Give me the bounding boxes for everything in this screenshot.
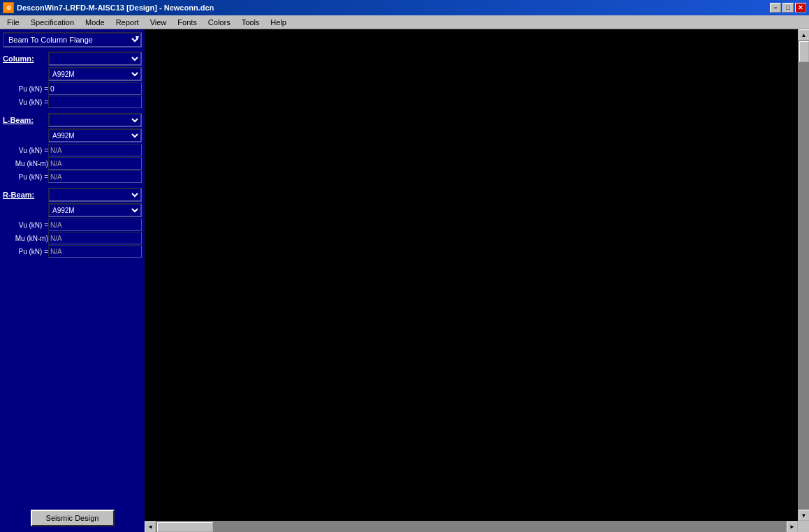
- scroll-down-button[interactable]: ▼: [799, 510, 810, 521]
- connection-type-select[interactable]: Beam To Column Flange Beam To Column Web…: [3, 32, 142, 47]
- left-panel: Beam To Column Flange Beam To Column Web…: [0, 29, 145, 532]
- column-label[interactable]: Column:: [3, 54, 48, 63]
- rbeam-section: R-Beam: A992M A36 A572 Gr.50 Vu (kN) = M…: [3, 186, 142, 258]
- design-canvas: ▲ ▼ ◄ ►: [145, 29, 809, 532]
- menu-tools[interactable]: Tools: [236, 17, 265, 28]
- vertical-scrollbar: ▲ ▼: [798, 29, 809, 521]
- rbeam-vu-input[interactable]: [48, 219, 142, 231]
- rbeam-label[interactable]: R-Beam:: [3, 191, 48, 199]
- lbeam-vu-input[interactable]: [48, 144, 142, 156]
- rbeam-mu-row: Mu (kN-m): [3, 232, 142, 244]
- scroll-corner: [798, 521, 809, 532]
- menu-file[interactable]: File: [1, 17, 25, 28]
- scroll-right-button[interactable]: ►: [787, 522, 798, 533]
- scroll-thumb-vertical[interactable]: [799, 41, 809, 62]
- lbeam-mu-input[interactable]: [48, 157, 142, 170]
- rbeam-mu-label: Mu (kN-m): [3, 235, 48, 242]
- column-pu-input[interactable]: [48, 82, 142, 95]
- title-bar: ⚙ DesconWin7-LRFD-M-AISC13 [Design] - Ne…: [0, 0, 809, 15]
- app-icon: ⚙: [3, 2, 14, 13]
- connection-type-wrapper: Beam To Column Flange Beam To Column Web…: [3, 32, 142, 47]
- minimize-button[interactable]: −: [770, 3, 781, 13]
- column-member-select[interactable]: [48, 52, 142, 66]
- rbeam-grade-row: A992M A36 A572 Gr.50: [3, 203, 142, 217]
- lbeam-vu-label: Vu (kN) =: [3, 147, 48, 154]
- column-grade-row: A992M A36 A572 Gr.50: [3, 67, 142, 81]
- menu-view[interactable]: View: [145, 17, 173, 28]
- lbeam-grade-row: A992M A36 A572 Gr.50: [3, 128, 142, 142]
- lbeam-member-select[interactable]: [48, 113, 142, 127]
- rbeam-vu-row: Vu (kN) =: [3, 219, 142, 231]
- column-vu-input[interactable]: [48, 96, 142, 108]
- seismic-design-button[interactable]: Seismic Design: [31, 510, 115, 526]
- column-member-row: Column:: [3, 52, 142, 66]
- scroll-track-vertical: [799, 40, 810, 510]
- scroll-thumb-horizontal[interactable]: [157, 522, 213, 532]
- lbeam-mu-row: Mu (kN-m): [3, 157, 142, 170]
- horizontal-scrollbar: ◄ ►: [145, 521, 798, 532]
- menu-bar: File Specification Mode Report View Font…: [0, 15, 809, 29]
- lbeam-grade-select[interactable]: A992M A36 A572 Gr.50: [48, 128, 142, 142]
- rbeam-pu-row: Pu (kN) =: [3, 245, 142, 258]
- maximize-button[interactable]: □: [782, 3, 794, 13]
- rbeam-pu-input[interactable]: [48, 245, 142, 258]
- window-controls: − □ ✕: [770, 3, 806, 13]
- column-vu-label: Vu (kN) =: [3, 98, 48, 106]
- column-pu-label: Pu (kN) =: [3, 85, 48, 93]
- menu-fonts[interactable]: Fonts: [172, 17, 203, 28]
- column-pu-row: Pu (kN) =: [3, 82, 142, 95]
- rbeam-grade-select[interactable]: A992M A36 A572 Gr.50: [48, 203, 142, 217]
- rbeam-pu-label: Pu (kN) =: [3, 248, 48, 256]
- lbeam-vu-row: Vu (kN) =: [3, 144, 142, 156]
- window-title: DesconWin7-LRFD-M-AISC13 [Design] - Newc…: [17, 3, 214, 12]
- lbeam-label[interactable]: L-Beam:: [3, 116, 48, 124]
- close-button[interactable]: ✕: [795, 3, 806, 13]
- main-container: Beam To Column Flange Beam To Column Web…: [0, 29, 809, 532]
- lbeam-pu-input[interactable]: [48, 170, 142, 183]
- lbeam-mu-label: Mu (kN-m): [3, 160, 48, 168]
- lbeam-pu-label: Pu (kN) =: [3, 173, 48, 181]
- menu-mode[interactable]: Mode: [80, 17, 110, 28]
- scroll-track-horizontal: [156, 522, 787, 533]
- lbeam-member-row: L-Beam:: [3, 113, 142, 127]
- menu-report[interactable]: Report: [110, 17, 145, 28]
- lbeam-section: L-Beam: A992M A36 A572 Gr.50 Vu (kN) = M…: [3, 112, 142, 184]
- scroll-up-button[interactable]: ▲: [799, 29, 810, 40]
- menu-colors[interactable]: Colors: [203, 17, 236, 28]
- menu-specification[interactable]: Specification: [25, 17, 80, 28]
- scroll-left-button[interactable]: ◄: [145, 522, 156, 533]
- column-vu-row: Vu (kN) =: [3, 96, 142, 108]
- rbeam-mu-input[interactable]: [48, 232, 142, 244]
- rbeam-vu-label: Vu (kN) =: [3, 221, 48, 229]
- rbeam-member-row: R-Beam:: [3, 188, 142, 202]
- rbeam-member-select[interactable]: [48, 188, 142, 202]
- column-section: Column: A992M A36 A572 Gr.50 Pu (kN) = V…: [3, 50, 142, 109]
- lbeam-pu-row: Pu (kN) =: [3, 170, 142, 183]
- column-grade-select[interactable]: A992M A36 A572 Gr.50: [48, 67, 142, 81]
- menu-help[interactable]: Help: [265, 17, 292, 28]
